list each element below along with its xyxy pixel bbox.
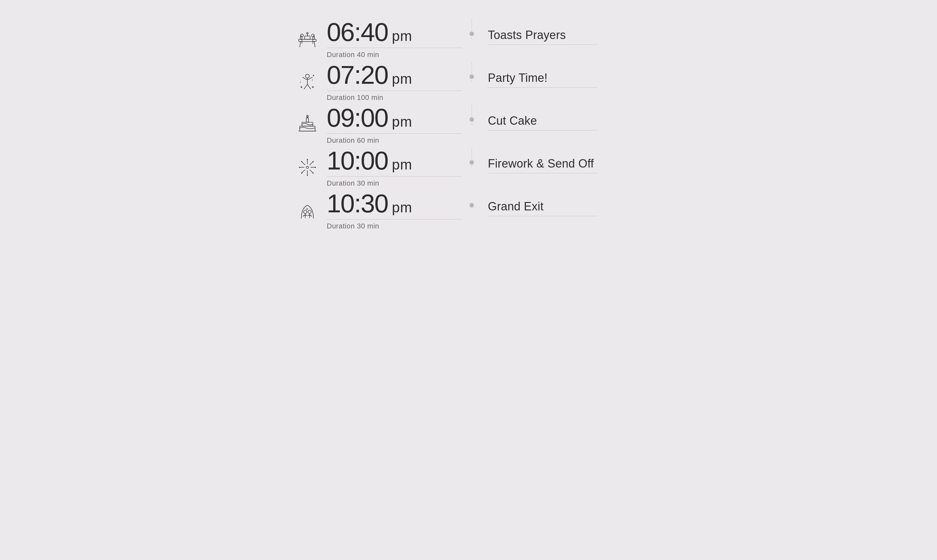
- svg-rect-3: [305, 36, 310, 39]
- event-name-party-time: Party Time!: [488, 71, 643, 85]
- right-section-firework: Firework & Send Off: [482, 148, 643, 173]
- center-line-cut-cake: [462, 105, 482, 122]
- time-display-grand-exit: 10:30 pm: [327, 191, 462, 217]
- time-separator-cut-cake: [327, 133, 462, 134]
- svg-line-58: [310, 215, 312, 216]
- time-block-firework: 10:00 pm Duration 30 min: [327, 148, 462, 188]
- svg-point-55: [308, 210, 311, 213]
- left-section-cut-cake: 09:00 pm Duration 60 min: [294, 105, 462, 145]
- svg-line-54: [305, 215, 307, 215]
- time-ampm-toasts-prayers: pm: [392, 28, 412, 44]
- event-name-toasts-prayers: Toasts Prayers: [488, 28, 643, 42]
- svg-line-18: [304, 84, 308, 89]
- duration-party-time: Duration 100 min: [327, 94, 462, 102]
- svg-point-34: [306, 166, 309, 168]
- time-separator-firework: [327, 176, 462, 177]
- cake-icon: [294, 112, 320, 138]
- svg-line-42: [302, 169, 305, 172]
- svg-line-40: [310, 169, 313, 172]
- time-digits-toasts-prayers: 06:40: [327, 19, 388, 45]
- timeline-dot-toasts-prayers: [469, 32, 474, 36]
- event-name-firework: Firework & Send Off: [488, 157, 643, 171]
- time-digits-firework: 10:00: [327, 148, 388, 174]
- timeline-item-firework: 10:00 pm Duration 30 min Firework & Send…: [294, 148, 643, 188]
- svg-rect-0: [299, 39, 316, 42]
- svg-point-46: [315, 166, 316, 168]
- time-display-toasts-prayers: 06:40 pm: [327, 19, 462, 45]
- party-icon: ♪ ♩: [294, 69, 320, 95]
- time-separator-toasts-prayers: [327, 48, 462, 48]
- timeline-line: [472, 148, 472, 168]
- toasts-icon: [294, 26, 320, 52]
- svg-point-44: [307, 175, 308, 175]
- svg-point-49: [312, 161, 314, 162]
- time-display-firework: 10:00 pm: [327, 148, 462, 174]
- svg-rect-28: [306, 118, 309, 122]
- svg-text:♥: ♥: [306, 208, 308, 211]
- time-digits-cut-cake: 09:00: [327, 105, 388, 131]
- center-line-toasts-prayers: [462, 19, 482, 36]
- duration-firework: Duration 30 min: [327, 179, 462, 188]
- svg-point-48: [312, 172, 314, 173]
- center-line-firework: [462, 148, 482, 165]
- timeline-dot-grand-exit: [469, 203, 474, 208]
- svg-line-53: [303, 215, 305, 216]
- left-section-grand-exit: ♥ 10:30 pm Duration 30 min: [294, 191, 462, 231]
- event-separator-cut-cake: [488, 130, 597, 131]
- firework-icon: [294, 155, 320, 181]
- svg-point-47: [301, 161, 302, 162]
- svg-point-45: [299, 166, 300, 168]
- svg-line-39: [302, 162, 305, 165]
- right-section-cut-cake: Cut Cake: [482, 105, 643, 131]
- svg-text:♩: ♩: [300, 80, 301, 83]
- timeline-item-toasts-prayers: 06:40 pm Duration 40 min Toasts Prayers: [294, 19, 643, 59]
- timeline-dot-firework: [469, 160, 474, 165]
- time-digits-party-time: 07:20: [327, 62, 388, 88]
- left-section-toasts-prayers: 06:40 pm Duration 40 min: [294, 19, 462, 59]
- timeline-container: 06:40 pm Duration 40 min Toasts Prayers: [275, 13, 662, 240]
- right-section-grand-exit: Grand Exit: [482, 191, 643, 216]
- duration-toasts-prayers: Duration 40 min: [327, 51, 462, 59]
- svg-point-43: [307, 158, 308, 160]
- time-block-party-time: 07:20 pm Duration 100 min: [327, 62, 462, 102]
- timeline-item-party-time: ♪ ♩ 07:20 pm Duration 100 min Party Time…: [294, 62, 643, 102]
- timeline-item-cut-cake: 09:00 pm Duration 60 min Cut Cake: [294, 105, 643, 145]
- time-separator-party-time: [327, 91, 462, 91]
- right-section-toasts-prayers: Toasts Prayers: [482, 19, 643, 45]
- svg-point-14: [305, 74, 309, 78]
- time-ampm-grand-exit: pm: [392, 200, 412, 215]
- svg-text:♪: ♪: [312, 78, 313, 81]
- duration-cut-cake: Duration 60 min: [327, 136, 462, 145]
- time-block-grand-exit: 10:30 pm Duration 30 min: [327, 191, 462, 231]
- event-name-grand-exit: Grand Exit: [488, 200, 643, 213]
- svg-line-2: [314, 41, 315, 47]
- svg-line-1: [300, 41, 301, 47]
- timeline-line: [472, 105, 472, 125]
- time-ampm-cut-cake: pm: [392, 114, 412, 130]
- center-line-grand-exit: [462, 191, 482, 208]
- event-separator-toasts-prayers: [488, 45, 597, 45]
- time-block-cut-cake: 09:00 pm Duration 60 min: [327, 105, 462, 145]
- svg-line-41: [310, 162, 313, 165]
- timeline-dot-party-time: [469, 74, 474, 79]
- svg-line-57: [308, 215, 310, 215]
- time-block-toasts-prayers: 06:40 pm Duration 40 min: [327, 19, 462, 59]
- timeline-line: [472, 19, 472, 39]
- timeline-line: [472, 62, 472, 82]
- time-display-cut-cake: 09:00 pm: [327, 105, 462, 131]
- time-digits-grand-exit: 10:30: [327, 191, 388, 217]
- timeline-item-grand-exit: ♥ 10:30 pm Duration 30 min Grand Exit: [294, 191, 643, 231]
- exit-icon: ♥: [294, 198, 320, 224]
- timeline-dot-cut-cake: [469, 117, 474, 122]
- event-separator-grand-exit: [488, 216, 597, 216]
- time-display-party-time: 07:20 pm: [327, 62, 462, 88]
- left-section-party-time: ♪ ♩ 07:20 pm Duration 100 min: [294, 62, 462, 102]
- duration-grand-exit: Duration 30 min: [327, 222, 462, 231]
- svg-point-50: [301, 172, 302, 173]
- left-section-firework: 10:00 pm Duration 30 min: [294, 148, 462, 188]
- event-name-cut-cake: Cut Cake: [488, 114, 643, 128]
- time-ampm-party-time: pm: [392, 71, 412, 87]
- time-ampm-firework: pm: [392, 157, 412, 173]
- right-section-party-time: Party Time!: [482, 62, 643, 88]
- center-line-party-time: [462, 62, 482, 79]
